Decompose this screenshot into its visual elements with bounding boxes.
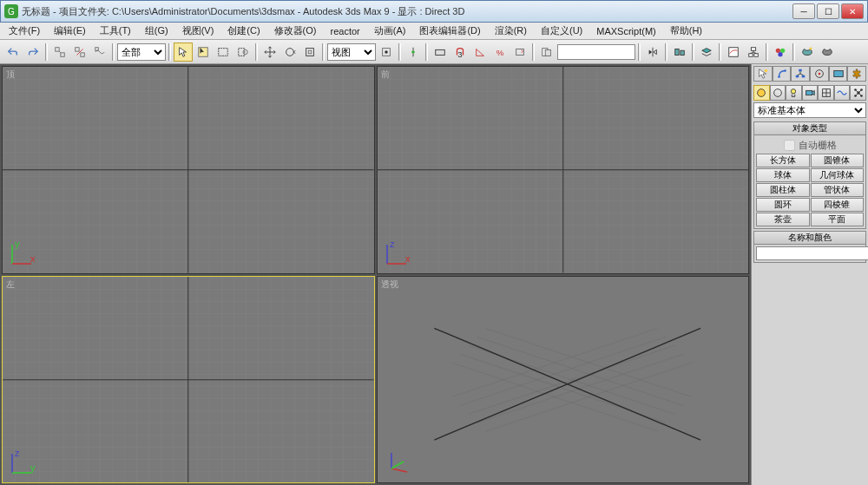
snap-toggle-button[interactable]: 3 [450,43,470,62]
menu-tools[interactable]: 工具(T) [95,23,136,39]
plane-button[interactable]: 平面 [811,213,865,226]
unlink-button[interactable] [70,43,89,62]
menu-create[interactable]: 创建(C) [222,23,265,39]
cameras-button[interactable] [802,85,819,101]
link-button[interactable] [50,43,69,62]
svg-rect-25 [675,49,679,55]
reference-coord-dropdown[interactable]: 视图 [327,43,376,61]
pivot-center-button[interactable] [377,43,396,62]
menu-modifiers[interactable]: 修改器(O) [269,23,322,39]
select-manipulate-button[interactable] [404,43,423,62]
cone-button[interactable]: 圆锥体 [811,154,865,167]
sphere-button[interactable]: 球体 [756,168,810,182]
quick-render-button[interactable] [818,43,837,62]
menu-help[interactable]: 帮助(H) [665,23,707,39]
minimize-button[interactable]: ─ [792,3,815,19]
display-tab[interactable] [829,66,848,82]
box-button[interactable]: 长方体 [756,154,810,167]
create-tab[interactable] [753,66,773,82]
menu-rendering[interactable]: 渲染(R) [490,23,532,39]
command-panel: 标准基本体 对象类型 自动栅格 长方体 圆锥体 球体 几何球体 圆柱体 管状体 … [751,64,868,485]
object-type-rollout-header[interactable]: 对象类型 [753,121,866,135]
svg-rect-6 [95,47,99,50]
menu-animation[interactable]: 动画(A) [369,23,411,39]
svg-text:z: z [390,240,395,249]
separator [398,43,401,61]
menu-reactor[interactable]: reactor [326,24,365,38]
select-rotate-button[interactable] [280,43,299,62]
geometry-button[interactable] [753,85,770,101]
angle-snap-button[interactable] [470,43,490,62]
maximize-button[interactable]: ☐ [817,3,839,19]
cylinder-button[interactable]: 圆柱体 [756,183,810,197]
svg-point-71 [765,69,768,73]
autogrid-row: 自动栅格 [756,137,864,154]
menu-edit[interactable]: 编辑(E) [49,23,91,39]
bind-spacewarp-button[interactable] [90,43,109,62]
spinner-snap-button[interactable] [510,43,529,62]
hierarchy-tab[interactable] [791,66,810,82]
motion-tab[interactable] [810,66,829,82]
viewport-front[interactable]: 前 zx [377,66,750,274]
select-move-button[interactable] [260,43,279,62]
select-by-name-button[interactable] [194,43,213,62]
select-scale-button[interactable] [300,43,319,62]
percent-snap-button[interactable]: % [490,43,510,62]
helpers-button[interactable] [818,85,834,101]
menu-group[interactable]: 组(G) [140,23,174,39]
keyboard-shortcut-toggle-button[interactable] [431,43,450,62]
curve-editor-button[interactable] [724,43,743,62]
separator [112,43,115,61]
viewport-top[interactable]: 顶 yx [2,66,375,274]
menu-maxscript[interactable]: MAXScript(M) [591,24,661,38]
svg-point-73 [784,69,786,72]
menu-file[interactable]: 文件(F) [3,23,45,39]
lights-button[interactable] [786,85,802,101]
select-object-button[interactable] [174,43,193,62]
window-crossing-button[interactable] [233,43,253,62]
separator [425,43,428,61]
pyramid-button[interactable]: 四棱锥 [811,198,865,212]
render-scene-button[interactable] [798,43,817,62]
spacewarps-button[interactable] [834,85,851,101]
material-editor-button[interactable] [771,43,790,62]
separator [638,43,641,61]
utilities-tab[interactable] [847,66,866,82]
selection-filter-dropdown[interactable]: 全部 [117,43,166,61]
svg-line-5 [77,49,83,55]
teapot-button[interactable]: 茶壶 [756,213,810,226]
menu-views[interactable]: 视图(V) [177,23,220,39]
modify-tab[interactable] [773,66,792,82]
separator [692,43,694,61]
torus-button[interactable]: 圆环 [756,198,810,212]
systems-button[interactable] [850,85,866,101]
primitive-category-dropdown[interactable]: 标准基本体 [753,102,866,118]
separator [719,43,721,61]
shapes-button[interactable] [770,85,786,101]
svg-point-82 [792,89,796,94]
schematic-view-button[interactable] [744,43,763,62]
object-name-input[interactable] [756,246,868,260]
tube-button[interactable]: 管状体 [811,183,865,197]
align-button[interactable] [670,43,689,62]
undo-button[interactable] [3,43,23,62]
viewport-perspective[interactable]: 透视 [377,276,750,484]
geosphere-button[interactable]: 几何球体 [811,168,865,182]
named-selection-button[interactable] [537,43,556,62]
viewport-left[interactable]: 左 zy [2,276,375,484]
autogrid-checkbox[interactable] [784,140,795,151]
menu-graph-editors[interactable]: 图表编辑器(D) [414,23,485,39]
axis-gizmo-icon: zy [10,449,36,475]
close-button[interactable]: ✕ [841,3,864,19]
svg-text:3: 3 [457,49,462,58]
name-color-rollout-header[interactable]: 名称和颜色 [753,231,866,245]
svg-line-69 [391,469,407,472]
mirror-button[interactable] [643,43,662,62]
named-selection-input[interactable] [557,44,635,60]
rectangular-select-button[interactable] [214,43,233,62]
svg-rect-4 [81,52,84,56]
redo-button[interactable] [23,43,43,62]
layer-manager-button[interactable] [697,43,716,62]
svg-rect-13 [308,50,312,54]
menu-customize[interactable]: 自定义(U) [536,23,588,39]
